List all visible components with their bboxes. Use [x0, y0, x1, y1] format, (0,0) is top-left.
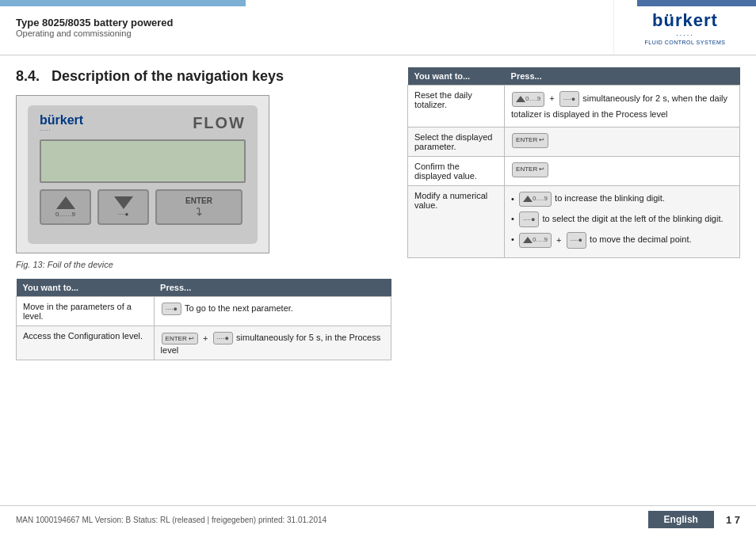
- num-label3: 0….9: [533, 235, 548, 246]
- device-flow-label: FLOW: [193, 114, 246, 132]
- logo-tagline: FLUID CONTROL SYSTEMS: [644, 40, 725, 45]
- up-triangle-small-icon2: [523, 196, 533, 202]
- dots-key-icon5: ····●: [567, 232, 586, 248]
- bullet-1-content: 0….9 to increase the blinking digit.: [518, 191, 665, 207]
- section-number: 8.4.: [16, 68, 40, 84]
- enter-key-icon: ENTER ↩: [162, 333, 198, 345]
- header-left: Type 8025/8035 battery powered Operating…: [0, 0, 613, 55]
- device-top-row: bürkert ····· FLOW: [36, 113, 250, 133]
- right-row1-press: 0….9 + ····● simultaneously for 2 s, whe…: [505, 86, 740, 128]
- device-num-label: 0……9: [55, 211, 75, 218]
- num-label2: 0….9: [533, 194, 548, 204]
- bullet-item-1: • 0….9 to increase the blinking digit.: [511, 191, 733, 207]
- right-column: You want to... Press... Reset the daily …: [407, 67, 740, 360]
- right-table-col1-header: You want to...: [408, 67, 505, 86]
- down-triangle-icon: [114, 196, 133, 209]
- dots-key-icon: ····●: [162, 303, 181, 315]
- plus-sign1: +: [549, 93, 554, 103]
- header: Type 8025/8035 battery powered Operating…: [0, 0, 756, 55]
- table-row: Move in the parameters of a level. ····●…: [17, 297, 391, 326]
- header-subtitle: Operating and commissioning: [16, 29, 598, 38]
- bullet-dot-3: •: [511, 233, 514, 247]
- device-up-button[interactable]: 0……9: [40, 189, 91, 225]
- figure-caption: Fig. 13: Foil of the device: [16, 260, 391, 269]
- footer-language: English: [648, 511, 714, 528]
- enter-label: ENTER: [185, 196, 212, 205]
- device-enter-button[interactable]: ENTER ↩: [155, 189, 242, 225]
- main-content: 8.4.Description of the navigation keys b…: [0, 55, 756, 372]
- section-heading: Description of the navigation keys: [52, 68, 284, 84]
- logo-container: bürkert ····· FLUID CONTROL SYSTEMS: [644, 10, 725, 45]
- device-brand: bürkert ·····: [40, 113, 83, 133]
- right-row2-press: ENTER ↩: [505, 127, 740, 156]
- device-dots-label: ····●: [118, 211, 129, 218]
- bullet-2-text: to select the digit at the left of the b…: [542, 214, 723, 223]
- plus-sign2: +: [556, 235, 561, 245]
- section-title: 8.4.Description of the navigation keys: [16, 67, 391, 86]
- right-row3-want: Confirm the displayed value.: [408, 156, 505, 185]
- bottom-row2-press: ENTER ↩ + ····● simultaneously for 5 s, …: [154, 326, 391, 360]
- dots-key-icon4: ····●: [519, 211, 539, 227]
- bottom-row1-want: Move in the parameters of a level.: [17, 297, 155, 326]
- bullet-1-text: to increase the blinking digit.: [555, 193, 665, 203]
- up-key-icon2: 0….9: [519, 192, 552, 207]
- logo-dots: ·····: [644, 31, 725, 39]
- bullet-item-2: • ····● to select the digit at the left …: [511, 211, 733, 228]
- table-row: Modify a numerical value. • 0….9 to incr…: [408, 185, 740, 257]
- bullet-3-content: 0….9 + ····● to move the decimal point.: [518, 231, 692, 249]
- right-row3-press: ENTER ↩: [505, 156, 740, 185]
- enter-icon: ↩: [193, 207, 205, 216]
- device-buttons: 0……9 ····● ENTER ↩: [40, 189, 246, 225]
- header-title: Type 8025/8035 battery powered: [16, 17, 598, 29]
- right-row2-want: Select the displayed parameter.: [408, 127, 505, 156]
- footer-text: MAN 1000194667 ML Version: B Status: RL …: [16, 516, 648, 524]
- bottom-table-col1-header: You want to...: [17, 279, 155, 297]
- device-brand-text: bürkert: [40, 113, 83, 128]
- footer: MAN 1000194667 ML Version: B Status: RL …: [0, 505, 756, 533]
- bullet-2-content: ····● to select the digit at the left of…: [518, 211, 724, 228]
- bottom-row1-press-text: To go to the next parameter.: [185, 303, 293, 313]
- up-key-icon3: 0….9: [519, 233, 552, 248]
- table-row: Access the Configuration level. ENTER ↩ …: [17, 326, 391, 360]
- right-row1-want: Reset the daily totalizer.: [408, 86, 505, 128]
- left-column: 8.4.Description of the navigation keys b…: [16, 67, 391, 360]
- up-key-icon: 0….9: [512, 92, 544, 107]
- bullet-dot-1: •: [511, 192, 514, 207]
- right-row4-press: • 0….9 to increase the blinking digit. •: [505, 185, 740, 257]
- table-row: Reset the daily totalizer. 0….9 + ····● …: [408, 86, 740, 128]
- num-label: 0….9: [525, 94, 540, 105]
- up-triangle-icon: [56, 196, 75, 209]
- up-triangle-small-icon3: [523, 237, 533, 243]
- header-logo: bürkert ····· FLUID CONTROL SYSTEMS: [613, 0, 756, 55]
- plus-sign: +: [203, 333, 208, 343]
- logo-brand: bürkert: [644, 10, 725, 31]
- enter-key-icon3: ENTER ↩: [512, 162, 548, 177]
- table-row: Select the displayed parameter. ENTER ↩: [408, 127, 740, 156]
- bullet-dot-2: •: [511, 212, 514, 227]
- device-brand-dots: ·····: [40, 128, 83, 133]
- bottom-table-col2-header: Press...: [154, 279, 391, 297]
- right-table-col2-header: Press...: [505, 67, 740, 86]
- device-down-button[interactable]: ····●: [97, 189, 149, 225]
- table-row: Confirm the displayed value. ENTER ↩: [408, 156, 740, 185]
- dots-key-icon3: ····●: [559, 91, 579, 107]
- bullet-3-text: to move the decimal point.: [590, 234, 691, 244]
- right-nav-table: You want to... Press... Reset the daily …: [407, 67, 740, 258]
- footer-page: 1 7: [714, 514, 740, 526]
- device-image: bürkert ····· FLOW 0……9 ····●: [16, 95, 269, 253]
- enter-key-icon2: ENTER ↩: [512, 133, 548, 148]
- device-inner: bürkert ····· FLOW 0……9 ····●: [28, 105, 258, 244]
- bottom-row2-want: Access the Configuration level.: [17, 326, 155, 360]
- bottom-nav-table: You want to... Press... Move in the para…: [16, 279, 391, 360]
- right-row4-want: Modify a numerical value.: [408, 185, 505, 257]
- bottom-row1-press: ····● To go to the next parameter.: [154, 297, 391, 326]
- bullet-item-3: • 0….9 + ····● to move the decimal point…: [511, 231, 733, 249]
- dots-key-icon2: ····●: [213, 332, 233, 345]
- up-triangle-small-icon: [516, 96, 525, 102]
- device-display: [40, 139, 246, 183]
